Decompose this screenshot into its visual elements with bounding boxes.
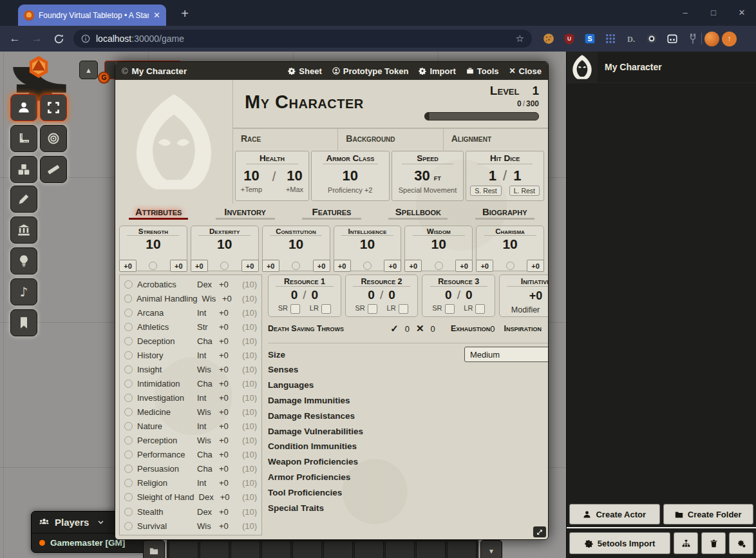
- ability-check-mod[interactable]: +0: [313, 260, 330, 272]
- field-alignment[interactable]: Alignment: [443, 129, 548, 150]
- ruler-tool[interactable]: [40, 156, 67, 183]
- skill-perception[interactable]: PerceptionWis+0(10): [124, 434, 257, 448]
- lr-checkbox[interactable]: [321, 304, 331, 314]
- settings-button[interactable]: [729, 532, 753, 554]
- ublock-extension-icon[interactable]: U: [563, 33, 575, 45]
- resource-values[interactable]: 0/0: [346, 288, 418, 302]
- tab-inventory[interactable]: Inventory: [216, 206, 275, 220]
- resource-2[interactable]: Resource 20/0SRLR: [345, 274, 419, 317]
- import-button[interactable]: Import: [419, 66, 455, 76]
- d-extension-icon[interactable]: D.: [625, 33, 637, 45]
- skill-athletics[interactable]: AthleticsStr+0(10): [124, 320, 257, 334]
- ability-check-mod[interactable]: +0: [241, 260, 259, 272]
- macro-slot[interactable]: [447, 541, 477, 558]
- sheet-config-button[interactable]: Sheet: [288, 66, 321, 76]
- ability-save-mod[interactable]: +0: [191, 260, 208, 272]
- macro-slot[interactable]: [231, 541, 260, 558]
- skill-sleight-of-hand[interactable]: Sleight of HandDex+0(10): [124, 490, 257, 505]
- hp-max-label[interactable]: +Max: [286, 186, 303, 193]
- death-failure-icon[interactable]: ✕: [416, 323, 424, 334]
- ability-constitution[interactable]: Constitution10+0+0: [262, 226, 330, 271]
- resource-1[interactable]: Resource 10/0SRLR: [268, 274, 341, 317]
- skill-proficiency-radio[interactable]: [124, 337, 133, 345]
- initiative-value[interactable]: +0: [500, 289, 548, 303]
- ability-intelligence[interactable]: Intelligence10+0+0: [334, 226, 402, 271]
- character-portrait[interactable]: [115, 80, 233, 204]
- initiative-box[interactable]: Initiative+0Modifier+0: [499, 274, 548, 317]
- folder-tree-button[interactable]: [674, 532, 698, 554]
- ability-score[interactable]: 10: [191, 236, 258, 252]
- macro-slot[interactable]: [169, 541, 198, 558]
- ability-check-mod[interactable]: +0: [455, 260, 473, 272]
- grid-extension-icon[interactable]: [604, 33, 616, 45]
- ability-check-mod[interactable]: +0: [384, 260, 401, 272]
- death-failure-count[interactable]: 0: [431, 324, 435, 334]
- prototype-token-button[interactable]: Prototype Token: [332, 66, 409, 76]
- skill-proficiency-radio[interactable]: [124, 493, 133, 501]
- death-success-count[interactable]: 0: [405, 324, 410, 334]
- macro-slot[interactable]: [261, 541, 291, 558]
- stylus-extension-icon[interactable]: S: [583, 33, 596, 45]
- 5etools-import-button[interactable]: 5etools Import: [569, 532, 670, 554]
- browser-tab[interactable]: Foundry Virtual Tabletop • A Stan ✕: [18, 5, 166, 26]
- reload-button[interactable]: [49, 29, 68, 48]
- ability-check-mod[interactable]: +0: [527, 260, 544, 272]
- skill-proficiency-radio[interactable]: [124, 351, 133, 360]
- forward-button[interactable]: →: [27, 29, 46, 48]
- skill-deception[interactable]: DeceptionCha+0(10): [124, 334, 257, 348]
- ability-save-mod[interactable]: +0: [262, 260, 279, 272]
- maximize-button[interactable]: □: [699, 0, 728, 24]
- sounds-tool[interactable]: ♪: [10, 278, 37, 305]
- hp-current[interactable]: 10+Temp: [241, 168, 262, 193]
- skill-proficiency-radio[interactable]: [124, 422, 133, 430]
- skill-nature[interactable]: NatureInt+0(10): [124, 419, 257, 434]
- skill-performance[interactable]: PerformanceCha+0(10): [124, 448, 257, 462]
- resource-values[interactable]: 0/0: [269, 288, 341, 302]
- character-name[interactable]: My Character: [245, 91, 364, 113]
- resource-3[interactable]: Resource 30/0SRLR: [422, 274, 495, 317]
- skill-proficiency-radio[interactable]: [124, 479, 133, 487]
- skill-intimidation[interactable]: IntimidationCha+0(10): [124, 376, 257, 390]
- tab-features[interactable]: Features: [302, 206, 361, 220]
- tiles-tool[interactable]: [10, 156, 37, 183]
- skill-stealth[interactable]: StealthDex+0(10): [124, 505, 257, 519]
- select-targets-tool[interactable]: [40, 94, 67, 121]
- level-value[interactable]: 1: [532, 84, 539, 98]
- skill-proficiency-radio[interactable]: [124, 465, 133, 473]
- proficiency-radio[interactable]: [435, 262, 443, 270]
- ability-score[interactable]: 10: [477, 236, 543, 252]
- skill-medicine[interactable]: MedicineWis+0(10): [124, 405, 257, 419]
- skill-proficiency-radio[interactable]: [124, 365, 133, 374]
- ability-score[interactable]: 10: [120, 236, 187, 252]
- tab-biography[interactable]: Biography: [475, 206, 534, 220]
- window-header[interactable]: © My Character SheetPrototype TokenImpor…: [115, 62, 548, 80]
- skill-proficiency-radio[interactable]: [124, 294, 132, 303]
- select-token-tool[interactable]: [10, 94, 37, 121]
- skill-proficiency-radio[interactable]: [124, 280, 133, 289]
- ability-save-mod[interactable]: +0: [476, 260, 493, 272]
- back-button[interactable]: ←: [5, 29, 24, 48]
- lr-checkbox[interactable]: [399, 304, 408, 314]
- skill-proficiency-radio[interactable]: [124, 394, 133, 402]
- walls-tool[interactable]: [10, 216, 37, 244]
- ability-dexterity[interactable]: Dexterity10+0+0: [191, 226, 259, 271]
- resource-values[interactable]: 0/0: [422, 288, 495, 302]
- skill-acrobatics[interactable]: AcrobaticsDex+0(10): [124, 277, 257, 291]
- sr-checkbox[interactable]: [445, 304, 455, 314]
- lens-extension-icon[interactable]: [645, 33, 657, 45]
- hd-current[interactable]: 1: [489, 168, 496, 184]
- macro-slot[interactable]: [200, 541, 229, 558]
- drawings-tool[interactable]: [10, 186, 37, 213]
- exhaustion-value[interactable]: 0: [490, 324, 495, 334]
- hd-max[interactable]: 1: [513, 168, 521, 184]
- url-bar[interactable]: localhost:30000/game ☆: [73, 30, 532, 48]
- ability-strength[interactable]: Strength10+0+0: [119, 226, 187, 271]
- skill-arcana[interactable]: ArcanaInt+0(10): [124, 305, 257, 320]
- bookmark-star-icon[interactable]: ☆: [516, 33, 524, 44]
- actor-list-item[interactable]: My Character: [567, 52, 756, 83]
- proficiency-radio[interactable]: [506, 262, 515, 270]
- skill-proficiency-radio[interactable]: [124, 436, 133, 445]
- skill-proficiency-radio[interactable]: [124, 522, 133, 530]
- skill-religion[interactable]: ReligionInt+0(10): [124, 476, 257, 490]
- macro-folder-button[interactable]: [143, 540, 165, 558]
